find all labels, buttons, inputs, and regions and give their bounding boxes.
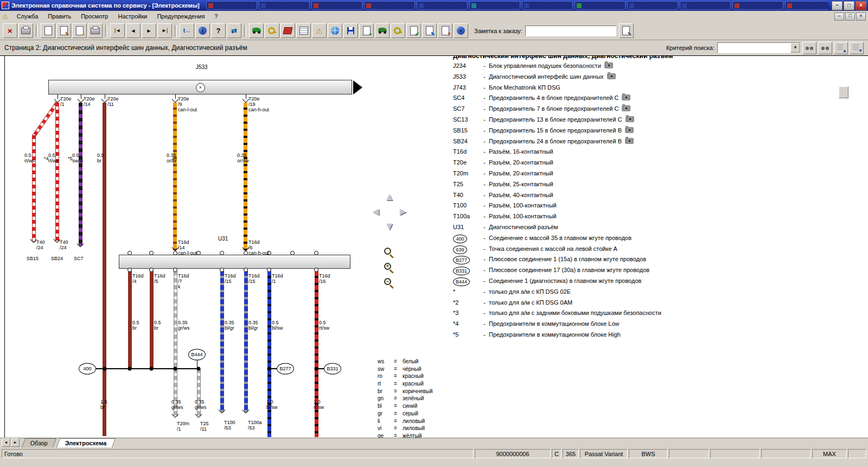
- taskbar-segment[interactable]: [522, 1, 573, 10]
- tab-scroll-right-button[interactable]: ►: [11, 438, 20, 447]
- pin-circle: [127, 268, 132, 272]
- taskbar-segment[interactable]: [311, 1, 362, 10]
- camera-icon[interactable]: [625, 138, 634, 144]
- ref-circle: 400: [79, 363, 96, 375]
- app-window-icon: [787, 3, 792, 8]
- login-key-button[interactable]: [265, 23, 279, 38]
- taskbar-segment[interactable]: [417, 1, 468, 10]
- order-note-button[interactable]: ✎: [619, 23, 634, 38]
- component-row: *4-Предохранители в коммутационном блоке…: [453, 320, 836, 331]
- camera-icon[interactable]: [622, 105, 630, 111]
- search-combobox[interactable]: ▼: [717, 42, 801, 53]
- search-all-button[interactable]: [818, 42, 832, 54]
- print-button[interactable]: [18, 23, 33, 38]
- diagram-label: 0.35 or/sw: [237, 153, 249, 163]
- diagram-canvas[interactable]: ×400B444B277B331J533T20e /1T20e /14T20e …: [4, 56, 447, 438]
- camera-icon[interactable]: [622, 94, 630, 100]
- menu-item[interactable]: Служба: [12, 12, 43, 21]
- zoom-in-button[interactable]: +: [384, 262, 394, 273]
- component-term: 639: [453, 245, 480, 254]
- next-page-button[interactable]: ►: [142, 23, 156, 38]
- copy-document-button[interactable]: ≡: [72, 23, 87, 38]
- scrollbar-thumb[interactable]: [839, 86, 848, 98]
- info-button[interactable]: i: [195, 23, 210, 38]
- globe-icon: [331, 27, 339, 35]
- app-window-icon: [524, 3, 529, 8]
- list-button[interactable]: [296, 23, 311, 38]
- camera-icon[interactable]: [607, 73, 616, 79]
- eco-document-button[interactable]: ●: [359, 23, 374, 38]
- component-row: *5-Предохранители в коммутационном блоке…: [453, 331, 836, 342]
- menu-item[interactable]: Просмотр: [76, 12, 113, 21]
- first-page-button[interactable]: |◄: [110, 23, 125, 38]
- status-ready: Готово: [2, 449, 474, 458]
- ref-circle: B277: [277, 363, 294, 375]
- catalog-button[interactable]: [280, 23, 295, 38]
- taskbar-segment[interactable]: [627, 1, 678, 10]
- globe-button[interactable]: [328, 23, 342, 38]
- legend-code: vi: [378, 425, 394, 432]
- pan-right-button[interactable]: ►: [397, 205, 410, 218]
- document-edit-button[interactable]: ✎: [422, 23, 437, 38]
- menu-item[interactable]: Настройки: [113, 12, 152, 21]
- new-document-button[interactable]: [41, 23, 55, 38]
- pan-up-button[interactable]: ▲: [383, 191, 396, 204]
- taskbar-segment[interactable]: [785, 1, 828, 10]
- camera-icon[interactable]: [626, 116, 634, 122]
- last-page-button[interactable]: ►|: [157, 23, 172, 38]
- mdi-close-button[interactable]: ×: [856, 12, 866, 21]
- taskbar-segment[interactable]: [259, 1, 310, 10]
- taskbar-segment[interactable]: [364, 1, 415, 10]
- restore-button[interactable]: □: [844, 1, 854, 10]
- camera-icon[interactable]: [604, 62, 613, 68]
- close-button[interactable]: ×: [856, 1, 866, 10]
- taskbar-segment[interactable]: [469, 1, 520, 10]
- taskbar-segment[interactable]: [206, 1, 257, 10]
- document-check-button[interactable]: ✔: [406, 23, 421, 38]
- tab-scroll-left-button[interactable]: ◄: [2, 438, 10, 447]
- taskbar-segment[interactable]: [680, 1, 731, 10]
- mdi-restore-button[interactable]: □: [845, 12, 855, 21]
- component-desc: Предохранитель 24 в блоке предохранителе…: [489, 138, 622, 144]
- mdi-minimize-button[interactable]: –: [834, 12, 844, 21]
- legend-name: зелёный: [403, 395, 424, 402]
- search-button[interactable]: [802, 42, 816, 54]
- search-input[interactable]: [718, 45, 790, 51]
- exit-button[interactable]: ×: [3, 23, 17, 38]
- zoom-out-button[interactable]: −: [384, 277, 394, 288]
- save-button[interactable]: [343, 23, 358, 38]
- sort-up-button[interactable]: ▲: [834, 42, 848, 54]
- diagram-label: 0.5 br: [154, 320, 161, 331]
- menu-circle-button[interactable]: ≡: [454, 23, 468, 38]
- pan-down-button[interactable]: ▼: [383, 220, 396, 233]
- document-help-button[interactable]: ?: [438, 23, 452, 38]
- vehicle-key-button[interactable]: [391, 23, 405, 38]
- order-note-input[interactable]: [525, 26, 616, 36]
- warnings-button[interactable]: ⚠: [312, 23, 327, 38]
- taskbar-segment[interactable]: [732, 1, 783, 10]
- menu-item[interactable]: Править: [43, 12, 76, 21]
- camera-icon[interactable]: [625, 127, 634, 133]
- sheet-tab[interactable]: Обзор: [22, 438, 56, 447]
- vehicle-button[interactable]: [375, 23, 390, 38]
- minimize-button[interactable]: –: [832, 1, 843, 10]
- component-term: T16d: [453, 148, 480, 155]
- sort-down-button[interactable]: ▼: [850, 42, 864, 54]
- chevron-down-icon[interactable]: ▼: [790, 43, 800, 53]
- taskbar-segment[interactable]: [575, 1, 626, 10]
- open-document-button[interactable]: ✎: [56, 23, 71, 38]
- swap-button[interactable]: ⇄: [227, 23, 241, 38]
- help-button[interactable]: ?: [211, 23, 226, 38]
- previous-page-button[interactable]: ◄: [126, 23, 141, 38]
- pan-left-button[interactable]: ◄: [369, 205, 382, 218]
- link-button[interactable]: t↔: [180, 23, 194, 38]
- print-page-button[interactable]: [88, 23, 103, 38]
- menu-item[interactable]: ?: [209, 12, 222, 21]
- sheet-tab[interactable]: Электросхема: [56, 438, 116, 447]
- workshop-button[interactable]: [249, 23, 264, 38]
- legend-row: li=лиловый: [378, 418, 433, 425]
- menu-item[interactable]: Предупреждения: [152, 12, 209, 21]
- zoom-select-button[interactable]: [384, 247, 394, 258]
- diagram-label: SC7: [74, 256, 84, 261]
- component-row: T16d-Разъём, 16-контактный: [453, 148, 836, 159]
